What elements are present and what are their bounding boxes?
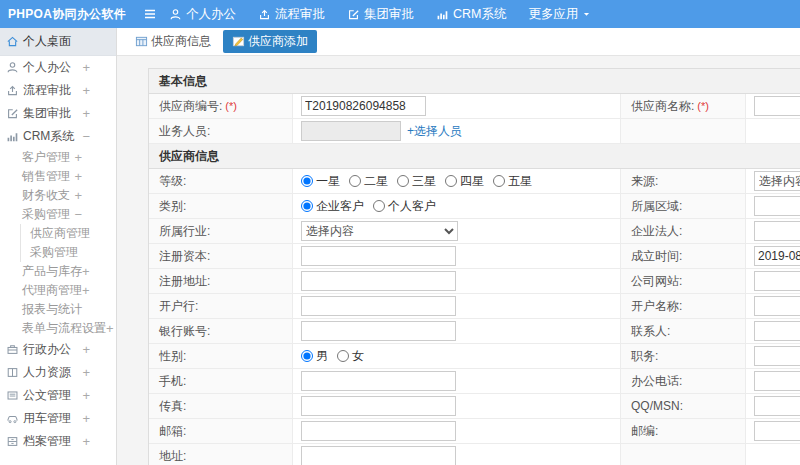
hr-icon xyxy=(6,366,19,379)
sidebar-item-form-flow-settings[interactable]: 表单与流程设置+ xyxy=(0,319,116,338)
sidebar-item-product-inventory[interactable]: 产品与库存+ xyxy=(0,262,116,281)
expand-toggle-icon[interactable]: + xyxy=(82,83,90,98)
bank-branch-input[interactable] xyxy=(301,296,456,316)
contact-person-input[interactable] xyxy=(754,321,800,341)
field-label: 职务: xyxy=(631,348,658,365)
top-menu-item-more-apps[interactable]: 更多应用 xyxy=(528,6,591,23)
sales-person-input[interactable] xyxy=(301,121,401,141)
fax-input[interactable] xyxy=(301,396,456,416)
sidebar-item-admin-office[interactable]: 行政办公+ xyxy=(0,338,116,361)
category-option-1[interactable]: 个人客户 xyxy=(373,198,436,215)
expand-toggle-icon[interactable]: + xyxy=(74,188,82,203)
sidebar-item-reports-stats[interactable]: 报表与统计 xyxy=(0,300,116,319)
sidebar-item-vehicle-mgmt[interactable]: 用车管理+ xyxy=(0,407,116,430)
expand-toggle-icon[interactable]: + xyxy=(82,106,90,121)
category-option-0[interactable]: 企业客户 xyxy=(301,198,364,215)
sidebar-item-purchase-mgmt[interactable]: 采购管理− xyxy=(0,205,116,224)
expand-toggle-icon[interactable]: + xyxy=(82,365,90,380)
supplier-name-input[interactable] xyxy=(754,96,800,116)
office-phone-input[interactable] xyxy=(754,371,800,391)
field-label: 供应商编号: xyxy=(159,98,222,115)
level-option-0[interactable]: 一星 xyxy=(301,173,340,190)
sidebar-item-label: 公文管理 xyxy=(23,387,71,404)
legal-person-input[interactable] xyxy=(754,221,800,241)
top-menu-item-workflow-approval[interactable]: 流程审批 xyxy=(258,6,325,23)
mobile-input[interactable] xyxy=(301,371,456,391)
label-cell: 开户名称: xyxy=(621,294,746,319)
industry-select[interactable]: 选择内容 xyxy=(301,221,458,241)
menu-icon[interactable] xyxy=(143,7,157,21)
expand-toggle-icon[interactable]: − xyxy=(74,207,82,222)
source-select[interactable]: 选择内容 xyxy=(754,171,800,191)
expand-toggle-icon[interactable]: + xyxy=(82,264,90,279)
sidebar-item-label: 产品与库存 xyxy=(22,263,82,280)
tab-supplier-add[interactable]: 供应商添加 xyxy=(223,30,317,53)
level-radio-0[interactable] xyxy=(301,175,313,187)
expand-toggle-icon[interactable]: + xyxy=(82,388,90,403)
radio-label: 女 xyxy=(352,348,364,365)
level-option-1[interactable]: 二星 xyxy=(349,173,388,190)
level-radio-2[interactable] xyxy=(397,175,409,187)
app-shell: 个人桌面个人办公+流程审批+集团审批+CRM系统−客户管理+销售管理+财务收支+… xyxy=(0,28,800,465)
expand-toggle-icon[interactable]: + xyxy=(82,434,90,449)
tab-supplier-info[interactable]: 供应商信息 xyxy=(131,30,215,53)
share-icon xyxy=(6,84,19,97)
label-cell: 联系人: xyxy=(621,319,746,344)
zip-code-input[interactable] xyxy=(754,421,800,441)
level-radio-4[interactable] xyxy=(493,175,505,187)
level-option-2[interactable]: 三星 xyxy=(397,173,436,190)
expand-toggle-icon[interactable]: − xyxy=(82,129,90,144)
registered-capital-input[interactable] xyxy=(301,246,456,266)
region-input[interactable] xyxy=(754,196,800,216)
level-radio-3[interactable] xyxy=(445,175,457,187)
sidebar-item-label: 集团审批 xyxy=(23,105,71,122)
email-input[interactable] xyxy=(301,421,456,441)
account-name-input[interactable] xyxy=(754,296,800,316)
expand-toggle-icon[interactable]: + xyxy=(74,169,82,184)
label-cell: 银行账号: xyxy=(149,319,293,344)
gender-option-1[interactable]: 女 xyxy=(337,348,364,365)
founded-date-input[interactable] xyxy=(754,246,800,266)
sidebar-item-personal-desktop[interactable]: 个人桌面 xyxy=(0,28,116,56)
level-radio-1[interactable] xyxy=(349,175,361,187)
sidebar-item-agent-mgmt[interactable]: 代理商管理+ xyxy=(0,281,116,300)
sidebar-item-supplier-mgmt[interactable]: 供应商管理 xyxy=(20,224,116,243)
sidebar-item-label: 个人桌面 xyxy=(23,33,71,50)
supplier-code-input[interactable] xyxy=(301,96,426,116)
sidebar-item-human-resources[interactable]: 人力资源+ xyxy=(0,361,116,384)
gender-option-0[interactable]: 男 xyxy=(301,348,328,365)
expand-toggle-icon[interactable]: + xyxy=(82,342,90,357)
level-option-4[interactable]: 五星 xyxy=(493,173,532,190)
sidebar-item-group-approval[interactable]: 集团审批+ xyxy=(0,102,116,125)
select-person-link[interactable]: +选择人员 xyxy=(407,123,462,140)
sidebar-item-archive-mgmt[interactable]: 档案管理+ xyxy=(0,430,116,453)
required-marker: (*) xyxy=(697,100,709,112)
expand-toggle-icon[interactable]: + xyxy=(82,411,90,426)
gender-radio-0[interactable] xyxy=(301,350,313,362)
expand-toggle-icon[interactable]: + xyxy=(82,60,90,75)
company-website-input[interactable] xyxy=(754,271,800,291)
top-menu-item-crm-system[interactable]: CRM系统 xyxy=(436,6,506,23)
sidebar-item-purchase-mgmt-sub[interactable]: 采购管理 xyxy=(20,243,116,262)
registered-address-input[interactable] xyxy=(301,271,456,291)
sidebar-item-document-mgmt[interactable]: 公文管理+ xyxy=(0,384,116,407)
bank-account-input[interactable] xyxy=(301,321,456,341)
category-radio-0[interactable] xyxy=(301,200,313,212)
sidebar-item-crm-system[interactable]: CRM系统− xyxy=(0,125,116,148)
category-radio-1[interactable] xyxy=(373,200,385,212)
gender-radio-1[interactable] xyxy=(337,350,349,362)
expand-toggle-icon[interactable]: + xyxy=(82,283,90,298)
sidebar-item-workflow-approval[interactable]: 流程审批+ xyxy=(0,79,116,102)
sidebar-item-personal-office[interactable]: 个人办公+ xyxy=(0,56,116,79)
address-input[interactable] xyxy=(301,446,456,465)
expand-toggle-icon[interactable]: + xyxy=(74,150,82,165)
qq-msn-input[interactable] xyxy=(754,396,800,416)
sidebar-item-sales-mgmt[interactable]: 销售管理+ xyxy=(0,167,116,186)
level-option-3[interactable]: 四星 xyxy=(445,173,484,190)
expand-toggle-icon[interactable]: + xyxy=(106,321,114,336)
sidebar-item-finance-mgmt[interactable]: 财务收支+ xyxy=(0,186,116,205)
sidebar-item-customer-mgmt[interactable]: 客户管理+ xyxy=(0,148,116,167)
position-input[interactable] xyxy=(754,346,800,366)
top-menu-item-personal-office[interactable]: 个人办公 xyxy=(169,6,236,23)
top-menu-item-group-approval[interactable]: 集团审批 xyxy=(347,6,414,23)
